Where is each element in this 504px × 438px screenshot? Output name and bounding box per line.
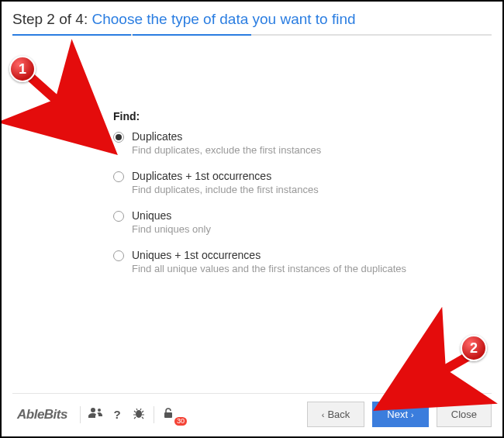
progress-step-2	[133, 34, 251, 36]
divider	[154, 406, 154, 423]
radio-duplicates-first[interactable]	[113, 171, 124, 182]
brand-logo: AbleBits	[12, 407, 72, 422]
step-title: Choose the type of data you want to find	[91, 11, 355, 27]
option-desc: Find uniques only	[132, 223, 211, 235]
option-duplicates[interactable]: Duplicates Find duplicates, exclude the …	[113, 130, 492, 156]
back-button[interactable]: ‹ Back	[307, 402, 365, 427]
find-label: Find:	[113, 110, 492, 122]
people-icon[interactable]	[88, 407, 102, 422]
annotation-arrow-2	[358, 343, 482, 428]
unlock-icon	[162, 409, 174, 422]
divider	[80, 406, 81, 423]
option-uniques[interactable]: Uniques Find uniques only	[113, 209, 492, 235]
option-desc: Find duplicates, include the first insta…	[132, 184, 319, 195]
option-title: Uniques	[132, 209, 211, 222]
wizard-header: Step 2 of 4: Choose the type of data you…	[12, 11, 492, 28]
license-status[interactable]: 30	[162, 407, 181, 422]
progress-step-1	[12, 34, 131, 36]
option-title: Duplicates + 1st occurrences	[132, 170, 319, 182]
svg-line-4	[389, 354, 473, 402]
chevron-left-icon: ‹	[322, 410, 325, 419]
svg-rect-2	[164, 412, 172, 418]
find-options: Duplicates Find duplicates, exclude the …	[113, 130, 492, 274]
radio-uniques[interactable]	[113, 211, 124, 222]
option-title: Uniques + 1st occurrences	[132, 249, 406, 261]
svg-point-0	[98, 409, 101, 412]
progress-step-4	[373, 34, 492, 36]
option-desc: Find all unique values and the first ins…	[132, 263, 406, 274]
annotation-arrow-1	[17, 64, 141, 164]
option-desc: Find duplicates, exclude the first insta…	[132, 144, 321, 156]
radio-uniques-first[interactable]	[113, 250, 124, 261]
svg-line-3	[31, 78, 104, 143]
progress-bar	[12, 34, 492, 36]
help-icon[interactable]: ?	[110, 408, 124, 421]
license-badge: 30	[174, 417, 187, 426]
option-title: Duplicates	[132, 130, 321, 143]
progress-step-3	[253, 34, 371, 36]
svg-point-1	[136, 410, 142, 418]
back-label: Back	[327, 409, 350, 420]
bug-icon[interactable]	[132, 407, 146, 422]
option-uniques-first[interactable]: Uniques + 1st occurrences Find all uniqu…	[113, 249, 492, 274]
option-duplicates-first[interactable]: Duplicates + 1st occurrences Find duplic…	[113, 170, 492, 195]
step-counter: Step 2 of 4:	[12, 11, 91, 27]
